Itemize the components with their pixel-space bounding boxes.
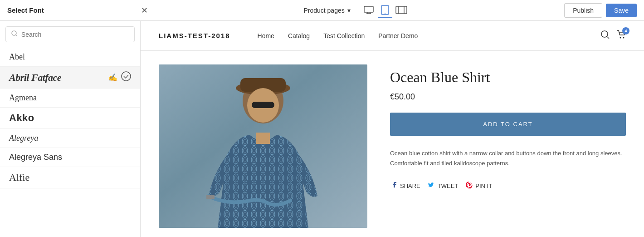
add-to-cart-button[interactable]: ADD TO CART: [390, 113, 626, 136]
share-twitter-button[interactable]: TWEET: [428, 181, 459, 190]
svg-point-11: [122, 72, 131, 81]
font-label-agmena: Agmena: [9, 93, 37, 103]
svg-rect-24: [252, 102, 274, 108]
header-icons: 4: [600, 30, 626, 41]
font-item-agmena[interactable]: Agmena: [0, 89, 140, 108]
desktop-icon[interactable]: [361, 3, 376, 18]
share-pinterest-button[interactable]: PIN IT: [465, 181, 492, 190]
font-item-akko[interactable]: Akko: [0, 108, 140, 129]
svg-point-9: [12, 31, 16, 35]
font-label-alfie: Alfie: [9, 172, 29, 183]
top-bar: Select Font ✕ Product pages ▾ Publish Sa…: [0, 0, 644, 21]
store-nav: Home Catalog Test Collection Partner Dem…: [258, 32, 600, 40]
top-bar-center: Product pages ▾: [148, 3, 564, 18]
share-facebook-label: SHARE: [400, 183, 420, 189]
social-share: SHARE TWEET PIN IT: [390, 181, 626, 190]
search-box: [5, 26, 135, 42]
top-bar-left: Select Font ✕: [7, 6, 148, 15]
cart-icon[interactable]: 4: [617, 30, 626, 41]
nav-test-collection[interactable]: Test Collection: [323, 32, 365, 40]
font-label-abril-fatface: Abril Fatface: [9, 72, 61, 84]
product-pages-label: Product pages: [303, 7, 344, 14]
font-label-alegreya: Alegreya: [9, 133, 38, 143]
product-pages-button[interactable]: Product pages ▾: [303, 7, 350, 14]
search-icon: [11, 30, 18, 38]
font-item-alfie[interactable]: Alfie: [0, 167, 140, 188]
product-info: Ocean Blue Shirt €50.00 ADD TO CART Ocea…: [390, 64, 626, 228]
main-layout: Abel Abril Fatface ✍ Agmena Akko: [0, 21, 644, 237]
search-input[interactable]: [21, 31, 129, 38]
hand-cursor-icon: ✍: [108, 73, 117, 82]
font-item-abril-fatface[interactable]: Abril Fatface ✍: [0, 67, 140, 89]
font-label-akko: Akko: [9, 112, 34, 124]
font-item-abel[interactable]: Abel: [0, 48, 140, 67]
product-content: Ocean Blue Shirt €50.00 ADD TO CART Ocea…: [141, 51, 644, 237]
chevron-down-icon: ▾: [347, 7, 351, 14]
tablet-icon[interactable]: [378, 3, 392, 18]
device-switcher: [361, 3, 409, 18]
facebook-icon: [390, 181, 397, 190]
panel-title: Select Font: [7, 6, 44, 14]
font-label-abel: Abel: [9, 52, 25, 62]
font-list: Abel Abril Fatface ✍ Agmena Akko: [0, 48, 140, 237]
product-title: Ocean Blue Shirt: [390, 69, 626, 86]
svg-point-5: [385, 13, 385, 14]
save-button[interactable]: Save: [606, 4, 637, 17]
share-pinterest-label: PIN IT: [475, 183, 492, 189]
store-logo: LIAMS-TEST-2018: [159, 32, 230, 40]
font-label-alegreya-sans: Alegreya Sans: [9, 153, 62, 162]
font-panel: Abel Abril Fatface ✍ Agmena Akko: [0, 21, 141, 237]
svg-point-12: [601, 31, 608, 37]
svg-rect-0: [364, 6, 373, 12]
top-bar-right: Publish Save: [564, 3, 637, 18]
check-icon: [121, 71, 131, 84]
pinterest-icon: [465, 181, 473, 190]
product-description: Ocean blue cotton shirt with a narrow co…: [390, 148, 626, 168]
cart-badge: 4: [622, 27, 629, 35]
product-price: €50.00: [390, 92, 626, 102]
nav-partner-demo[interactable]: Partner Demo: [378, 32, 418, 40]
nav-catalog[interactable]: Catalog: [288, 32, 310, 40]
close-icon[interactable]: ✕: [141, 6, 148, 15]
svg-rect-25: [256, 133, 270, 144]
nav-home[interactable]: Home: [258, 32, 274, 40]
product-image: [159, 64, 367, 228]
svg-line-13: [607, 37, 609, 39]
widescreen-icon[interactable]: [394, 3, 409, 18]
preview-area: LIAMS-TEST-2018 Home Catalog Test Collec…: [141, 21, 644, 237]
store-header: LIAMS-TEST-2018 Home Catalog Test Collec…: [141, 21, 644, 51]
svg-point-14: [620, 37, 621, 39]
share-facebook-button[interactable]: SHARE: [390, 181, 420, 190]
publish-button[interactable]: Publish: [564, 3, 602, 18]
twitter-icon: [428, 181, 435, 190]
svg-rect-26: [206, 195, 215, 199]
svg-line-10: [16, 35, 17, 36]
store-search-icon[interactable]: [600, 30, 610, 41]
svg-point-15: [623, 37, 624, 39]
font-item-alegreya[interactable]: Alegreya: [0, 129, 140, 148]
svg-rect-6: [396, 6, 407, 14]
share-twitter-label: TWEET: [438, 183, 459, 189]
font-item-alegreya-sans[interactable]: Alegreya Sans: [0, 148, 140, 167]
